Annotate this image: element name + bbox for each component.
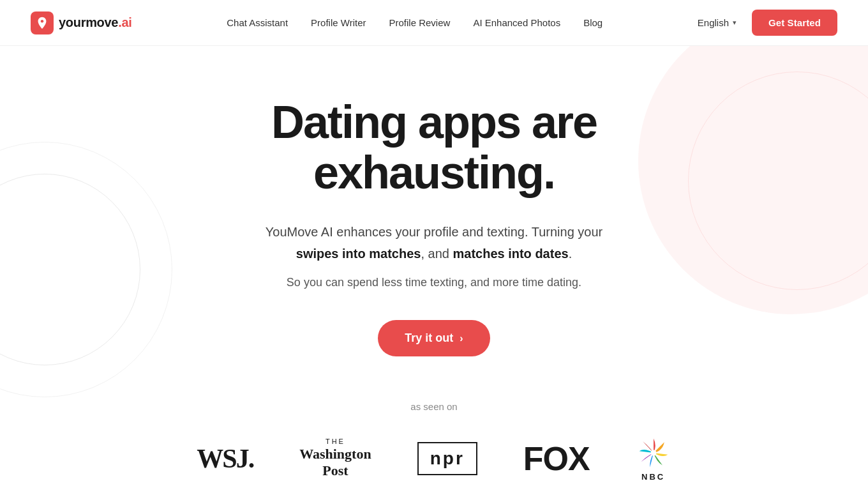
svg-point-0 [650,450,656,456]
hero-subtitle-mid: , and [421,247,449,261]
npr-text: npr [430,448,465,469]
washington-post-logo: THE Washington Post [299,438,371,480]
wapo-post: Post [299,462,371,479]
nav-link-profile-writer[interactable]: Profile Writer [311,17,366,28]
nav-link-ai-enhanced-photos[interactable]: AI Enhanced Photos [473,17,560,28]
language-label: English [698,17,729,28]
language-selector[interactable]: English ▾ [698,17,737,28]
nbc-logo: NBC [636,435,671,482]
logo-text: yourmove.ai [59,15,132,30]
hero-subtitle: YouMove AI enhances your profile and tex… [147,221,721,264]
wapo-washington: Washington [299,446,371,462]
nbc-peacock-icon [636,435,671,471]
nav-right: English ▾ Get Started [698,10,837,36]
logo[interactable]: yourmove.ai [31,11,132,34]
get-started-button[interactable]: Get Started [752,10,837,36]
navbar: yourmove.ai Chat Assistant Profile Write… [0,0,868,46]
hero-title: Dating apps are exhausting. [147,97,721,198]
chevron-down-icon: ▾ [733,19,737,27]
logo-icon [31,11,54,34]
hero-subtext: So you can spend less time texting, and … [147,276,721,289]
nav-links: Chat Assistant Profile Writer Profile Re… [227,17,602,28]
hero-section: Dating apps are exhausting. YouMove AI e… [0,46,868,482]
hero-subtitle-bold1: swipes into matches [296,247,421,261]
nbc-text: NBC [641,472,665,482]
hero-subtitle-bold2: matches into dates [453,247,568,261]
logo-svg [35,16,49,30]
wsj-logo: WSJ. [197,445,253,472]
npr-logo: npr [417,442,477,475]
as-seen-label: as seen on [31,401,837,412]
try-it-out-button[interactable]: Try it out › [378,320,490,356]
nav-link-profile-review[interactable]: Profile Review [389,17,451,28]
hero-content: Dating apps are exhausting. YouMove AI e… [147,97,721,356]
fox-logo: FOX [523,439,590,478]
hero-subtitle-end: . [569,247,572,261]
nav-link-blog[interactable]: Blog [583,17,602,28]
try-btn-label: Try it out [405,332,453,345]
arrow-icon: › [460,333,463,344]
wapo-the: THE [299,438,371,446]
as-seen-on-section: as seen on WSJ. THE Washington Post npr … [31,401,837,482]
decorative-arc-1 [0,174,140,365]
press-logos: WSJ. THE Washington Post npr FOX [31,435,837,482]
nav-link-chat-assistant[interactable]: Chat Assistant [227,17,288,28]
hero-subtitle-plain: YouMove AI enhances your profile and tex… [266,225,603,239]
